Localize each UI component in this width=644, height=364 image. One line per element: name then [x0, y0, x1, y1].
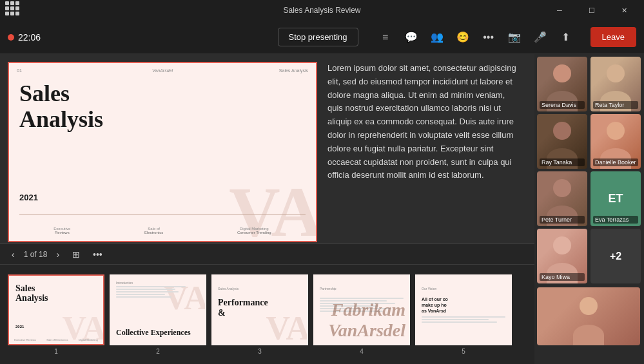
participant-name-serena: Serena Davis [540, 101, 585, 109]
menu-icon-button[interactable]: ≡ [374, 26, 397, 49]
slide-footer: Executive Reviews Sale of Electronics Di… [9, 227, 316, 235]
participant-tile-kayo: Kayo Miwa [537, 229, 587, 283]
thumb1-footer: Executive Reviews Sale of Electronics Di… [9, 338, 103, 341]
participant-tile-bottom [537, 287, 640, 345]
thumbnail-5[interactable]: Our Vision All of our comake up hoas Van… [415, 274, 512, 355]
thumbnail-4[interactable]: Partnership FabrikamVanArsdel 4 [313, 274, 410, 355]
participant-tile-pete: Pete Turner [537, 171, 587, 226]
participant-tile-eva: ET Eva Terrazas [590, 171, 641, 226]
participants-panel: Serena Davis Reta Taylor [534, 54, 644, 364]
footer-item-1: Executive Reviews [54, 227, 70, 235]
thumb-number-4: 4 [360, 348, 364, 355]
slide-year: 2021 [19, 193, 38, 202]
thumb2-content: Introduction VA Collective Experiences [111, 276, 205, 344]
thumb3-content: Sales Analysis Performance& VA [213, 276, 307, 344]
top-bar: 22:06 Stop presenting ≡ 💬 👥 😊 ••• 📷 🎤 ⬆ … [0, 21, 644, 54]
thumb1-year: 2021 [15, 325, 24, 329]
thumb2-lines [116, 286, 186, 299]
footer-item-3: Digital Marketing Consumer Trending [237, 227, 271, 235]
slide-divider [19, 215, 306, 215]
thumb-number-5: 5 [462, 348, 465, 355]
recording-indicator [8, 34, 14, 41]
thumb-number-1: 1 [54, 348, 58, 355]
slide-navigation: ‹ 1 of 18 › ⊞ ••• [0, 244, 534, 264]
thumbnail-3[interactable]: Sales Analysis Performance& VA 3 [211, 274, 308, 355]
footer-value-3: Consumer Trending [237, 231, 271, 235]
timer-display: 22:06 [8, 32, 41, 43]
thumb-frame-5: Our Vision All of our comake up hoas Van… [415, 274, 512, 345]
slide-number-label: 01 [17, 68, 22, 73]
stop-presenting-button[interactable]: Stop presenting [278, 28, 358, 46]
title-bar: Sales Analysis Review ─ ☐ ✕ [0, 0, 644, 21]
notes-panel: Lorem ipsum dolor sit amet, consectetur … [317, 62, 527, 236]
window-title: Sales Analysis Review [283, 6, 360, 15]
thumb-number-2: 2 [156, 348, 160, 355]
participant-tile-more: +2 [590, 229, 641, 283]
footer-item-2: Sale of Electronics [144, 227, 163, 235]
minimize-button[interactable]: ─ [545, 0, 574, 21]
app-grid-icon[interactable] [5, 1, 23, 19]
slide-viewer: 01 VanArsdel Sales Analysis Sales Analys… [0, 54, 534, 244]
close-button[interactable]: ✕ [609, 0, 639, 21]
thumb5-text: All of our comake up hoas VanArsd [422, 296, 505, 314]
main-content: 01 VanArsdel Sales Analysis Sales Analys… [0, 54, 644, 364]
mic-icon-button[interactable]: 🎤 [529, 26, 552, 49]
page-info: 1 of 18 [24, 250, 48, 259]
bottom-participant-container [537, 287, 641, 345]
avatar-bottom [537, 287, 640, 345]
people-icon-button[interactable]: 👥 [425, 26, 449, 49]
thumb-frame-1: SalesAnalysis VA 2021 Executive Reviews … [8, 274, 104, 345]
toolbar-icons: ≡ 💬 👥 😊 ••• 📷 🎤 ⬆ [374, 26, 578, 49]
emoji-icon-button[interactable]: 😊 [451, 26, 474, 49]
footer-value-2: Electronics [144, 231, 163, 235]
thumbnail-1[interactable]: SalesAnalysis VA 2021 Executive Reviews … [8, 274, 104, 355]
slide-main-title: Sales Analysis [19, 81, 103, 132]
participant-name-eva: Eva Terrazas [593, 216, 638, 224]
thumb4-content: Partnership FabrikamVanArsdel [315, 276, 409, 344]
chat-icon-button[interactable]: 💬 [400, 26, 423, 49]
thumb1-title: SalesAnalysis [15, 283, 48, 303]
participant-name-danielle: Danielle Booker [593, 158, 638, 166]
footer-value-1: Reviews [54, 231, 70, 235]
thumb-frame-2: Introduction VA Collective Experiences [110, 274, 206, 345]
thumb5-content: Our Vision All of our comake up hoas Van… [416, 276, 511, 344]
thumb-number-3: 3 [258, 348, 262, 355]
more-icon-button[interactable]: ••• [477, 26, 500, 49]
main-slide: 01 VanArsdel Sales Analysis Sales Analys… [8, 62, 317, 236]
participant-name-pete: Pete Turner [540, 216, 585, 224]
avatar-plus: +2 [590, 229, 641, 283]
thumb2-title: Collective Experiences [116, 328, 200, 337]
thumb5-lines [422, 316, 505, 323]
thumb4-label: Partnership [320, 287, 337, 291]
presentation-area: 01 VanArsdel Sales Analysis Sales Analys… [0, 54, 534, 364]
share-icon-button[interactable]: ⬆ [554, 26, 578, 49]
participant-tile-danielle: Danielle Booker [590, 114, 641, 169]
thumbnail-2[interactable]: Introduction VA Collective Experiences 2 [110, 274, 206, 355]
thumbnail-view-button[interactable]: ⊞ [68, 248, 84, 261]
thumbnails-strip: SalesAnalysis VA 2021 Executive Reviews … [0, 264, 534, 364]
thumb3-watermark: VA [266, 309, 308, 345]
participant-tile-reta: Reta Taylor [590, 57, 641, 111]
thumb4-watermark: FabrikamVanArsdel [328, 300, 405, 341]
timer-value: 22:06 [18, 32, 41, 43]
more-nav-button[interactable]: ••• [89, 248, 106, 261]
participant-name-reta: Reta Taylor [593, 101, 638, 109]
participant-tile-ray: Ray Tanaka [537, 114, 587, 169]
participant-name-ray: Ray Tanaka [540, 158, 585, 166]
notes-text: Lorem ipsum dolor sit amet, consectetur … [327, 62, 516, 182]
thumb-frame-3: Sales Analysis Performance& VA [211, 274, 308, 345]
participants-grid: Serena Davis Reta Taylor [537, 57, 641, 283]
slide-frame: 01 VanArsdel Sales Analysis Sales Analys… [8, 62, 317, 242]
participant-tile-serena: Serena Davis [537, 57, 587, 111]
thumb5-label: Our Vision [422, 287, 436, 291]
thumb3-label: Sales Analysis [218, 287, 239, 291]
camera-icon-button[interactable]: 📷 [503, 26, 526, 49]
slide-title-top: Sales Analysis [279, 68, 308, 73]
participant-name-kayo: Kayo Miwa [540, 273, 585, 281]
next-slide-button[interactable]: › [52, 248, 63, 261]
prev-slide-button[interactable]: ‹ [8, 248, 19, 261]
slide-brand: VanArsdel [152, 68, 173, 73]
leave-button[interactable]: Leave [590, 27, 636, 47]
restore-button[interactable]: ☐ [577, 0, 607, 21]
thumb-frame-4: Partnership FabrikamVanArsdel [313, 274, 410, 345]
